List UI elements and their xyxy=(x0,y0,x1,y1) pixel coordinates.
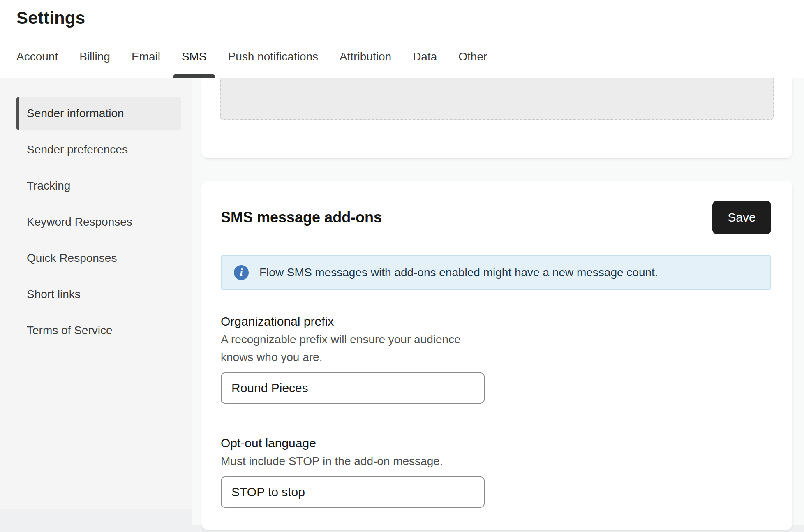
sidebar-item-tracking[interactable]: Tracking xyxy=(16,170,181,202)
sidebar-item-terms-of-service[interactable]: Terms of Service xyxy=(16,315,181,347)
sms-settings-sidebar: Sender information Sender preferences Tr… xyxy=(0,78,192,509)
sidebar-item-keyword-responses[interactable]: Keyword Responses xyxy=(16,206,181,238)
info-banner-text: Flow SMS messages with add-ons enabled m… xyxy=(259,266,658,279)
save-button[interactable]: Save xyxy=(712,201,771,234)
sidebar-item-label: Terms of Service xyxy=(27,324,113,337)
field-organizational-prefix: Organizational prefix A recognizable pre… xyxy=(221,313,771,404)
tab-other[interactable]: Other xyxy=(458,50,487,78)
info-icon: i xyxy=(234,265,249,280)
tab-billing[interactable]: Billing xyxy=(79,50,110,78)
settings-page: Settings Account Billing Email SMS Push … xyxy=(0,0,804,532)
tab-account[interactable]: Account xyxy=(16,50,58,78)
tab-data[interactable]: Data xyxy=(413,50,437,78)
field-opt-out-language: Opt-out language Must include STOP in th… xyxy=(221,435,771,508)
field-label: Opt-out language xyxy=(221,435,771,451)
info-banner: i Flow SMS messages with add-ons enabled… xyxy=(221,255,771,290)
sidebar-item-label: Quick Responses xyxy=(27,252,117,265)
tab-label: Other xyxy=(458,50,487,63)
sidebar-item-short-links[interactable]: Short links xyxy=(16,278,181,310)
tab-label: Data xyxy=(413,50,437,63)
sidebar-item-label: Sender information xyxy=(27,107,124,120)
card-header: SMS message add-ons Save xyxy=(221,201,771,234)
tab-label: Attribution xyxy=(340,50,391,63)
tab-push-notifications[interactable]: Push notifications xyxy=(228,50,318,78)
field-help-text: A recognizable prefix will ensure your a… xyxy=(221,331,476,366)
dashed-placeholder-region xyxy=(220,78,774,120)
tab-label: Billing xyxy=(79,50,110,63)
sidebar-item-label: Tracking xyxy=(27,179,70,192)
opt-out-language-input[interactable] xyxy=(221,476,485,508)
active-item-accent-bar xyxy=(16,97,19,130)
sidebar-item-label: Short links xyxy=(27,288,81,301)
settings-body: Sender information Sender preferences Tr… xyxy=(0,78,804,525)
previous-section-card xyxy=(201,78,792,158)
card-title: SMS message add-ons xyxy=(221,209,382,226)
tab-label: SMS xyxy=(182,50,207,63)
sidebar-item-label: Keyword Responses xyxy=(27,215,132,229)
tab-attribution[interactable]: Attribution xyxy=(340,50,391,78)
active-tab-indicator xyxy=(173,74,215,78)
sidebar-item-sender-preferences[interactable]: Sender preferences xyxy=(16,134,181,166)
tab-label: Email xyxy=(132,50,160,63)
field-label: Organizational prefix xyxy=(221,313,771,330)
sms-addons-card: SMS message add-ons Save i Flow SMS mess… xyxy=(201,181,792,530)
tab-sms[interactable]: SMS xyxy=(182,50,207,78)
sidebar-item-quick-responses[interactable]: Quick Responses xyxy=(16,242,181,274)
tab-email[interactable]: Email xyxy=(132,50,160,78)
sidebar-item-sender-information[interactable]: Sender information xyxy=(16,97,181,130)
field-help-text: Must include STOP in the add-on message. xyxy=(221,452,476,470)
organizational-prefix-input[interactable] xyxy=(221,372,485,404)
tab-label: Account xyxy=(16,50,58,63)
sidebar-item-label: Sender preferences xyxy=(27,143,128,156)
page-header: Settings Account Billing Email SMS Push … xyxy=(0,0,804,78)
page-title: Settings xyxy=(0,0,804,28)
settings-content: SMS message add-ons Save i Flow SMS mess… xyxy=(192,78,804,525)
tab-label: Push notifications xyxy=(228,50,318,63)
settings-tabs: Account Billing Email SMS Push notificat… xyxy=(16,50,487,78)
